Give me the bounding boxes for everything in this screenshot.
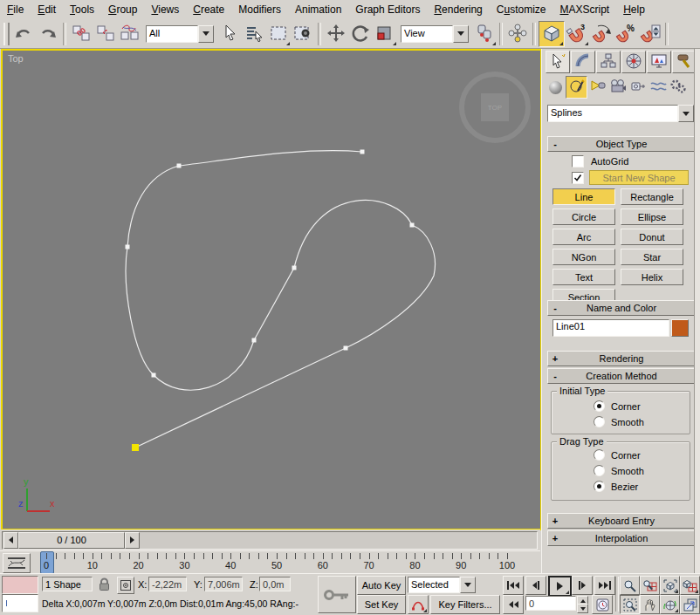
corner-radio[interactable]: [594, 400, 605, 412]
rollout-interpolation[interactable]: + Interpolation: [547, 530, 696, 546]
maxscript-listener-line1[interactable]: [2, 576, 38, 594]
object-type-ellipse-button[interactable]: Ellipse: [621, 208, 683, 225]
coord-system-arrow[interactable]: [453, 25, 469, 43]
set-key-button[interactable]: Set Key: [357, 595, 406, 614]
helpers-category-button[interactable]: [628, 77, 648, 98]
menu-item-help[interactable]: Help: [616, 1, 652, 18]
systems-category-button[interactable]: [668, 77, 688, 98]
rollout-keyboard-entry[interactable]: + Keyboard Entry: [547, 513, 696, 529]
smooth-radio[interactable]: [594, 416, 605, 427]
select-and-scale-button[interactable]: [373, 22, 397, 46]
tab-display[interactable]: [647, 51, 671, 73]
snap-angle-button[interactable]: [589, 22, 614, 46]
spline-vertex[interactable]: [360, 150, 365, 154]
current-frame-field[interactable]: 0: [525, 596, 576, 611]
use-pivot-point-center-button[interactable]: [472, 22, 497, 46]
key-selection-set-dropdown[interactable]: Selected: [408, 577, 476, 593]
time-slider-next-button[interactable]: [125, 532, 140, 549]
set-keys-button[interactable]: [318, 576, 356, 613]
tab-create[interactable]: [546, 51, 570, 73]
menu-item-rendering[interactable]: Rendering: [427, 1, 489, 18]
maxscript-listener-line2[interactable]: [2, 594, 38, 612]
shapes-category-button[interactable]: [566, 76, 587, 99]
selection-filter-arrow[interactable]: [198, 25, 214, 43]
selection-lock-toggle[interactable]: [98, 577, 111, 593]
selection-filter-dropdown[interactable]: All: [146, 25, 214, 43]
timeline-ruler[interactable]: 0102030405060708090100: [33, 551, 539, 574]
select-and-manipulate-button[interactable]: [505, 22, 530, 46]
menu-item-group[interactable]: Group: [101, 1, 144, 18]
object-type-line-button[interactable]: Line: [552, 188, 615, 205]
next-frame-button[interactable]: [572, 576, 593, 595]
space-warps-category-button[interactable]: [648, 77, 668, 98]
rollout-object-type[interactable]: - Object Type: [547, 136, 696, 152]
menu-item-edit[interactable]: Edit: [31, 1, 63, 18]
spline-vertex[interactable]: [344, 346, 348, 351]
bezier-radio[interactable]: [594, 481, 605, 492]
redo-button[interactable]: [36, 22, 60, 46]
unlink-selection-button[interactable]: [93, 22, 118, 46]
tab-utilities[interactable]: [672, 51, 697, 73]
object-type-helix-button[interactable]: Helix: [621, 269, 683, 285]
start-new-shape-checkbox[interactable]: [572, 172, 584, 184]
time-slider-prev-button[interactable]: [3, 532, 18, 549]
time-slider-handle[interactable]: 0 / 100: [18, 532, 125, 549]
select-and-rotate-button[interactable]: [348, 22, 373, 46]
smooth-radio[interactable]: [594, 465, 605, 476]
menu-item-modifiers[interactable]: Modifiers: [231, 1, 288, 18]
spline-start-vertex[interactable]: [132, 444, 139, 451]
lights-category-button[interactable]: [587, 77, 607, 98]
region-zoom-button[interactable]: [620, 595, 640, 614]
default-tangent-button[interactable]: [408, 595, 429, 614]
menu-item-file[interactable]: File: [0, 1, 31, 18]
menu-item-maxscript[interactable]: MAXScript: [553, 1, 617, 18]
panel-scrollbar[interactable]: [694, 49, 700, 573]
menu-item-customize[interactable]: Customize: [490, 1, 553, 18]
previous-frame-button[interactable]: [525, 576, 546, 595]
auto-key-button[interactable]: Auto Key: [357, 576, 406, 595]
object-type-ngon-button[interactable]: NGon: [552, 249, 615, 265]
absolute-offset-mode-toggle[interactable]: [117, 577, 134, 594]
object-name-field[interactable]: Line01: [552, 319, 669, 337]
object-color-swatch[interactable]: [671, 319, 689, 337]
bind-to-space-warp-button[interactable]: [118, 22, 142, 46]
key-filters-button[interactable]: Key Filters...: [430, 595, 500, 614]
spline-vertex[interactable]: [126, 245, 130, 249]
start-new-shape-button[interactable]: Start New Shape: [589, 170, 689, 185]
rectangular-selection-region-button[interactable]: [266, 22, 291, 46]
angle-snap-toggle-button[interactable]: 3: [565, 22, 589, 46]
object-type-text-button[interactable]: Text: [552, 269, 615, 285]
percent-snap-toggle-button[interactable]: %: [614, 22, 638, 46]
maximize-viewport-toggle-button[interactable]: [680, 595, 700, 614]
spline-vertex[interactable]: [292, 266, 297, 270]
rollout-name-and-color[interactable]: - Name and Color: [547, 300, 696, 316]
toolbar-grip[interactable]: [3, 23, 10, 45]
rollout-creation-method[interactable]: - Creation Method: [547, 368, 696, 384]
frame-spinner[interactable]: [577, 596, 587, 612]
x-coord-field[interactable]: -2,22m: [148, 577, 187, 591]
object-type-rectangle-button[interactable]: Rectangle: [621, 188, 683, 205]
reference-coordinate-system-dropdown[interactable]: View: [401, 25, 469, 43]
spline-vertex[interactable]: [410, 223, 415, 228]
geometry-category-button[interactable]: [546, 77, 566, 98]
spinner-down-button[interactable]: [577, 604, 588, 613]
spline-vertex[interactable]: [252, 338, 257, 343]
time-slider-track[interactable]: 0 / 100: [2, 531, 538, 550]
menu-item-tools[interactable]: Tools: [63, 1, 101, 18]
tab-motion[interactable]: [621, 51, 646, 73]
key-mode-toggle-button[interactable]: [503, 595, 524, 614]
object-type-arc-button[interactable]: Arc: [552, 229, 615, 245]
menu-item-create[interactable]: Create: [186, 1, 231, 18]
zoom-extents-all-button[interactable]: [680, 576, 700, 595]
undo-button[interactable]: [11, 22, 36, 46]
z-coord-field[interactable]: 0,0m: [259, 577, 291, 591]
tab-hierarchy[interactable]: [596, 51, 621, 73]
select-object-button[interactable]: [217, 22, 242, 46]
pan-button[interactable]: [640, 595, 660, 614]
menu-item-views[interactable]: Views: [144, 1, 186, 18]
arc-rotate-button[interactable]: [660, 595, 680, 614]
play-animation-button[interactable]: [548, 576, 572, 597]
shape-category-arrow[interactable]: [678, 105, 694, 122]
snaps-toggle-button[interactable]: [539, 21, 565, 47]
cameras-category-button[interactable]: [607, 77, 628, 98]
